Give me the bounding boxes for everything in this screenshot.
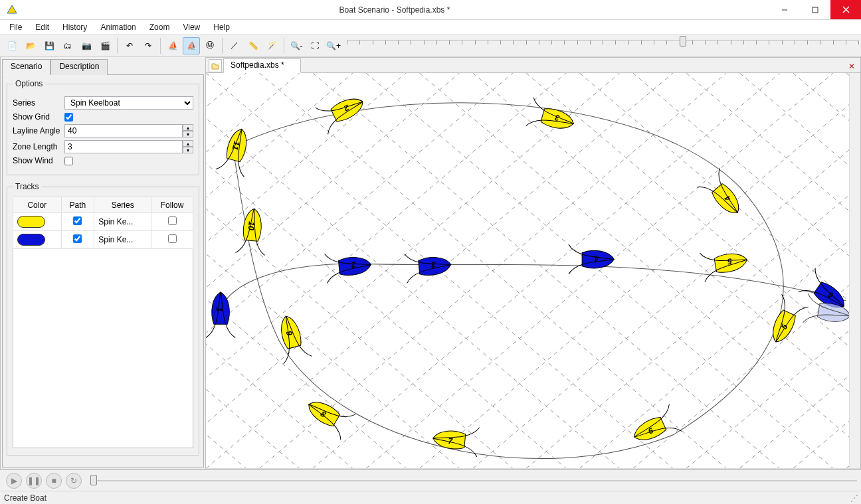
tracks-group: Tracks ColorPathSeriesFollow Spin Ke...S… bbox=[7, 182, 199, 456]
zoom-slider[interactable] bbox=[347, 40, 858, 52]
show-wind-label: Show Wind bbox=[13, 156, 64, 165]
tracks-header[interactable]: Path bbox=[61, 197, 94, 213]
draw-line-icon[interactable]: ／ bbox=[226, 37, 243, 54]
side-panel: ScenarioDescription Options Series Spin … bbox=[0, 57, 206, 469]
undo-icon[interactable]: ↶ bbox=[121, 37, 138, 54]
show-grid-checkbox[interactable] bbox=[64, 113, 73, 122]
status-text: Create Boat bbox=[4, 493, 47, 503]
window-title: Boat Scenario - Softpedia.xbs * bbox=[20, 5, 769, 15]
series-cell: Spin Ke... bbox=[94, 231, 151, 249]
svg-text:4: 4 bbox=[595, 254, 600, 263]
vertical-scrollbar[interactable] bbox=[849, 73, 860, 468]
play-button[interactable]: ▶ bbox=[6, 473, 22, 489]
titlebar: Boat Scenario - Softpedia.xbs * bbox=[0, 0, 861, 20]
layline-angle-input[interactable] bbox=[64, 124, 183, 137]
tracks-header[interactable]: Follow bbox=[151, 197, 193, 213]
loop-button[interactable]: ↻ bbox=[66, 473, 82, 489]
measure-icon[interactable]: 📏 bbox=[244, 37, 262, 54]
svg-line-49 bbox=[846, 73, 849, 468]
layline-angle-label: Layline Angle bbox=[13, 126, 64, 135]
follow-checkbox[interactable] bbox=[168, 216, 177, 225]
horizontal-scrollbar[interactable] bbox=[206, 468, 860, 469]
tab-scenario[interactable]: Scenario bbox=[2, 59, 50, 75]
zone-down-icon[interactable]: ▼ bbox=[183, 147, 193, 153]
add-mark-icon[interactable]: Ⓜ bbox=[201, 37, 219, 54]
minimize-button[interactable] bbox=[769, 0, 800, 19]
zoom-in-icon[interactable]: 🔍+ bbox=[325, 37, 342, 54]
color-swatch[interactable] bbox=[17, 216, 45, 228]
series-select[interactable]: Spin Keelboat bbox=[64, 96, 193, 110]
series-label: Series bbox=[13, 98, 64, 108]
status-bar: Create Boat ⋰ bbox=[0, 491, 861, 504]
path-checkbox[interactable] bbox=[73, 216, 82, 225]
document-tab[interactable]: Softpedia.xbs * bbox=[223, 58, 301, 73]
resize-grip-icon[interactable]: ⋰ bbox=[850, 493, 857, 503]
zoom-handle-icon[interactable] bbox=[680, 36, 686, 46]
menu-zoom[interactable]: Zoom bbox=[144, 21, 175, 33]
open-document-icon[interactable] bbox=[209, 59, 222, 72]
add-boat-icon[interactable]: ⛵ bbox=[164, 37, 181, 54]
timeline-handle-icon[interactable] bbox=[90, 475, 97, 485]
layline-down-icon[interactable]: ▼ bbox=[183, 131, 193, 137]
timeline-slider[interactable] bbox=[90, 477, 857, 484]
svg-line-35 bbox=[473, 73, 849, 468]
svg-line-47 bbox=[793, 73, 849, 468]
menu-file[interactable]: File bbox=[4, 21, 27, 33]
tracks-header[interactable]: Color bbox=[13, 197, 62, 213]
redo-icon[interactable]: ↷ bbox=[140, 37, 157, 54]
maximize-button[interactable] bbox=[800, 0, 830, 19]
path-checkbox[interactable] bbox=[73, 234, 82, 243]
svg-line-32 bbox=[419, 73, 849, 468]
svg-line-10 bbox=[206, 73, 300, 468]
tab-description[interactable]: Description bbox=[50, 59, 108, 75]
save-as-icon[interactable]: 🗂 bbox=[59, 37, 76, 54]
menubar: FileEditHistoryAnimationZoomViewHelp bbox=[0, 20, 861, 35]
camera-icon[interactable]: 📷 bbox=[78, 37, 95, 54]
app-icon bbox=[4, 2, 20, 18]
menu-history[interactable]: History bbox=[57, 21, 92, 33]
show-wind-checkbox[interactable] bbox=[64, 157, 73, 165]
create-boat-icon[interactable]: ⛵ bbox=[183, 37, 200, 54]
svg-text:2: 2 bbox=[351, 260, 357, 270]
follow-checkbox[interactable] bbox=[168, 234, 177, 243]
wand-icon[interactable]: 🪄 bbox=[263, 37, 280, 54]
tracks-header[interactable]: Series bbox=[94, 197, 151, 213]
options-legend: Options bbox=[13, 79, 45, 88]
svg-line-46 bbox=[793, 73, 849, 468]
svg-text:1: 1 bbox=[215, 307, 224, 312]
svg-line-34 bbox=[473, 73, 849, 468]
svg-rect-1 bbox=[813, 7, 818, 13]
stop-button[interactable]: ■ bbox=[46, 473, 62, 489]
svg-line-36 bbox=[526, 73, 849, 468]
table-row[interactable]: Spin Ke... bbox=[13, 231, 193, 249]
close-document-icon[interactable]: ✕ bbox=[846, 60, 858, 72]
movie-icon[interactable]: 🎬 bbox=[96, 37, 114, 54]
menu-help[interactable]: Help bbox=[208, 21, 235, 33]
menu-animation[interactable]: Animation bbox=[95, 21, 141, 33]
zoom-out-icon[interactable]: 🔍- bbox=[288, 37, 305, 54]
show-grid-label: Show Grid bbox=[13, 112, 64, 122]
table-row[interactable]: Spin Ke... bbox=[13, 213, 193, 231]
toolbar: 📄📂💾🗂📷🎬↶↷⛵⛵Ⓜ／📏🪄🔍-⛶🔍+ bbox=[0, 35, 861, 57]
color-swatch[interactable] bbox=[17, 234, 45, 246]
scenario-canvas[interactable]: 234556789101112346 bbox=[206, 73, 849, 468]
save-icon[interactable]: 💾 bbox=[41, 37, 58, 54]
svg-line-37 bbox=[526, 73, 849, 468]
close-button[interactable] bbox=[830, 0, 861, 19]
svg-text:10: 10 bbox=[246, 221, 256, 231]
new-file-icon[interactable]: 📄 bbox=[3, 37, 21, 54]
playback-bar: ▶ ❚❚ ■ ↻ bbox=[0, 469, 861, 491]
zone-length-input[interactable] bbox=[64, 140, 183, 153]
tracks-empty-area bbox=[13, 249, 193, 448]
scenario-panel: Options Series Spin Keelboat Show Grid L… bbox=[2, 74, 204, 467]
open-file-icon[interactable]: 📂 bbox=[22, 37, 39, 54]
canvas-area: Softpedia.xbs * ✕ 234556789101112346 bbox=[206, 57, 861, 469]
layline-up-icon[interactable]: ▲ bbox=[183, 124, 193, 131]
menu-view[interactable]: View bbox=[177, 21, 205, 33]
svg-line-40 bbox=[633, 73, 849, 468]
pause-button[interactable]: ❚❚ bbox=[26, 473, 42, 489]
tracks-legend: Tracks bbox=[13, 182, 42, 191]
fit-zoom-icon[interactable]: ⛶ bbox=[306, 37, 324, 54]
zone-up-icon[interactable]: ▲ bbox=[183, 140, 193, 147]
menu-edit[interactable]: Edit bbox=[30, 21, 54, 33]
